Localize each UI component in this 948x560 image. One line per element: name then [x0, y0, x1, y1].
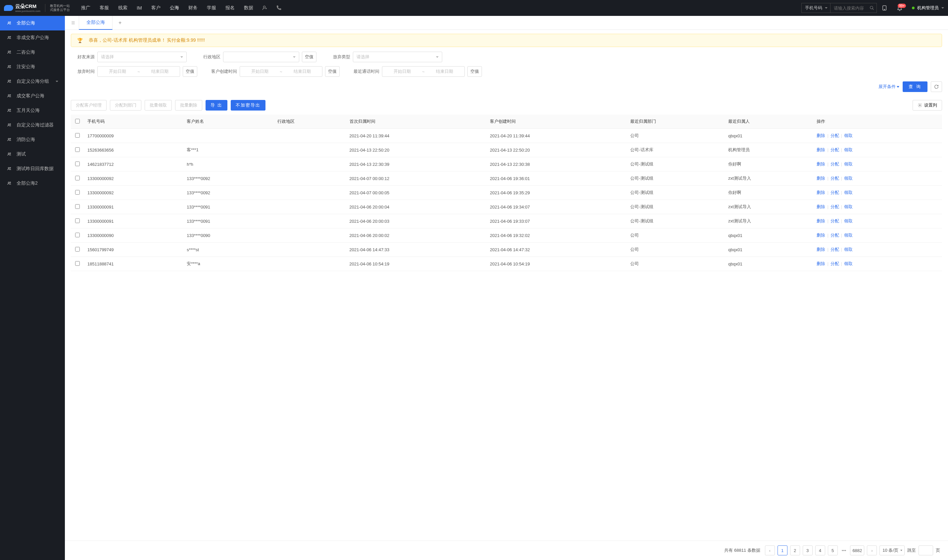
row-checkbox[interactable]: [75, 147, 80, 152]
delete-link[interactable]: 删除: [817, 176, 825, 181]
assign-link[interactable]: 分配: [831, 147, 839, 152]
row-checkbox[interactable]: [75, 162, 80, 166]
sidebar-item[interactable]: 自定义公海分组: [0, 74, 65, 89]
add-user-icon[interactable]: [258, 0, 272, 16]
sidebar-item[interactable]: 测试: [0, 147, 65, 162]
sidebar-item[interactable]: 二咨公海: [0, 45, 65, 60]
tablet-icon[interactable]: [877, 5, 892, 11]
search-type-select[interactable]: 手机号码: [801, 3, 831, 13]
next-page-button[interactable]: ›: [867, 545, 877, 555]
claim-link[interactable]: 领取: [844, 233, 853, 238]
page-number-button[interactable]: 4: [815, 545, 825, 555]
delete-link[interactable]: 删除: [817, 190, 825, 195]
friend-source-select[interactable]: 请选择: [97, 52, 187, 62]
assign-link[interactable]: 分配: [831, 247, 839, 252]
sidebar-item[interactable]: 自定义公海过滤器: [0, 118, 65, 132]
tab-add-button[interactable]: +: [112, 20, 128, 26]
export-button[interactable]: 导 出: [206, 100, 228, 111]
assign-manager-button[interactable]: 分配客户经理: [71, 100, 106, 111]
row-checkbox[interactable]: [75, 247, 80, 252]
last-call-null-button[interactable]: 空值: [467, 66, 482, 77]
create-time-range[interactable]: 开始日期~结束日期: [240, 66, 322, 77]
notification-icon[interactable]: 99+: [892, 5, 907, 11]
jump-page-input[interactable]: [919, 545, 933, 555]
nav-item[interactable]: IM: [132, 0, 147, 16]
abandon-time-range[interactable]: 开始日期~结束日期: [97, 66, 180, 77]
row-checkbox[interactable]: [75, 233, 80, 237]
sidebar-item[interactable]: 测试昨日回库数据: [0, 162, 65, 176]
nav-item[interactable]: 报名: [221, 0, 239, 16]
claim-link[interactable]: 领取: [844, 261, 853, 266]
sidebar-item[interactable]: 全部公海: [0, 16, 65, 31]
row-checkbox[interactable]: [75, 190, 80, 195]
page-number-button[interactable]: 2: [790, 545, 800, 555]
claim-link[interactable]: 领取: [844, 190, 853, 195]
row-checkbox[interactable]: [75, 204, 80, 209]
nav-item[interactable]: 公海: [165, 0, 184, 16]
delete-link[interactable]: 删除: [817, 261, 825, 266]
row-checkbox[interactable]: [75, 218, 80, 223]
logo[interactable]: 云朵CRM www.yunduocrm.com 教育机构一站 式服务云平台: [4, 3, 70, 12]
assign-link[interactable]: 分配: [831, 176, 839, 181]
delete-link[interactable]: 删除: [817, 233, 825, 238]
claim-link[interactable]: 领取: [844, 218, 853, 223]
sidebar-item[interactable]: 消防公海: [0, 132, 65, 147]
claim-link[interactable]: 领取: [844, 176, 853, 181]
nav-item[interactable]: 推广: [77, 0, 95, 16]
page-size-select[interactable]: 10 条/页: [879, 545, 905, 555]
tab-list-toggle-icon[interactable]: [68, 20, 79, 25]
sidebar-item[interactable]: 全部公海2: [0, 176, 65, 191]
row-checkbox[interactable]: [75, 176, 80, 180]
tab-all-sea[interactable]: 全部公海: [79, 16, 112, 30]
row-checkbox[interactable]: [75, 261, 80, 266]
delete-link[interactable]: 删除: [817, 204, 825, 209]
expand-filters-link[interactable]: 展开条件: [879, 84, 899, 90]
query-button[interactable]: 查 询: [903, 82, 928, 92]
last-page-button[interactable]: 6882: [850, 545, 864, 555]
claim-link[interactable]: 领取: [844, 133, 853, 138]
region-null-button[interactable]: 空值: [302, 52, 317, 62]
prev-page-button[interactable]: ‹: [765, 545, 775, 555]
sidebar-item[interactable]: 成交客户公海: [0, 89, 65, 103]
set-columns-button[interactable]: 设置列: [913, 100, 942, 111]
assign-link[interactable]: 分配: [831, 261, 839, 266]
page-number-button[interactable]: 5: [828, 545, 838, 555]
sidebar-item[interactable]: 五月天公海: [0, 103, 65, 118]
batch-claim-button[interactable]: 批量领取: [145, 100, 172, 111]
abandon-type-select[interactable]: 请选择: [353, 52, 442, 62]
claim-link[interactable]: 领取: [844, 162, 853, 166]
assign-link[interactable]: 分配: [831, 204, 839, 209]
nav-item[interactable]: 线索: [114, 0, 132, 16]
batch-delete-button[interactable]: 批量删除: [175, 100, 202, 111]
assign-link[interactable]: 分配: [831, 190, 839, 195]
delete-link[interactable]: 删除: [817, 247, 825, 252]
phone-icon[interactable]: [272, 0, 286, 16]
create-time-null-button[interactable]: 空值: [325, 66, 340, 77]
search-icon[interactable]: [870, 6, 874, 10]
assign-link[interactable]: 分配: [831, 162, 839, 166]
user-menu[interactable]: 机构管理员: [912, 5, 944, 11]
delete-link[interactable]: 删除: [817, 133, 825, 138]
delete-link[interactable]: 删除: [817, 218, 825, 223]
region-select[interactable]: [223, 52, 299, 62]
claim-link[interactable]: 领取: [844, 247, 853, 252]
abandon-time-null-button[interactable]: 空值: [183, 66, 197, 77]
page-number-button[interactable]: 3: [803, 545, 813, 555]
nav-item[interactable]: 客服: [95, 0, 114, 16]
last-call-time-range[interactable]: 开始日期~结束日期: [382, 66, 465, 77]
claim-link[interactable]: 领取: [844, 204, 853, 209]
assign-link[interactable]: 分配: [831, 218, 839, 223]
select-all-checkbox[interactable]: [75, 119, 80, 123]
refresh-button[interactable]: [931, 82, 942, 92]
assign-dept-button[interactable]: 分配到部门: [110, 100, 142, 111]
nav-item[interactable]: 数据: [239, 0, 258, 16]
nav-item[interactable]: 客户: [147, 0, 165, 16]
row-checkbox[interactable]: [75, 133, 80, 138]
delete-link[interactable]: 删除: [817, 162, 825, 166]
delete-link[interactable]: 删除: [817, 147, 825, 152]
nav-item[interactable]: 学服: [202, 0, 221, 16]
claim-link[interactable]: 领取: [844, 147, 853, 152]
export-plain-button[interactable]: 不加密导出: [231, 100, 265, 111]
page-number-button[interactable]: 1: [777, 545, 788, 555]
sidebar-item[interactable]: 非成交客户公海: [0, 31, 65, 45]
